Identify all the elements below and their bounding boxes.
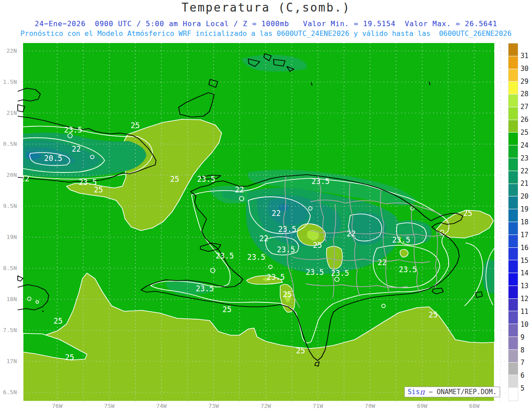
isotherm-value-label: 22 [259, 234, 268, 243]
lon-tick-label: 70W [357, 403, 383, 409]
colorbar-block [509, 286, 518, 299]
isotherm-value-label: 22 [20, 174, 29, 183]
lat-tick-label: 6.5N [0, 389, 17, 395]
lon-tick-label: 68W [461, 403, 488, 409]
lon-tick-label: 69W [409, 403, 435, 409]
colorbar-block [509, 184, 518, 197]
lat-tick-label: 1.5N [0, 78, 17, 85]
colorbar-block [509, 56, 518, 69]
colorbar-tick-label: 10 [520, 321, 528, 329]
isotherm-value-label: 25 [65, 353, 74, 362]
isotherm-value-label: 23.5 [399, 265, 417, 274]
colorbar-tick-label: 13 [520, 282, 528, 290]
colorbar-tick-label: 8 [520, 346, 524, 354]
colorbar-block [509, 273, 518, 286]
isotherm-value-label: 22 [272, 209, 281, 218]
sispi-brand-text: Sis [408, 388, 420, 396]
colorbar-tick-label: 14 [520, 269, 528, 277]
colorbar-block [509, 222, 518, 235]
colorbar-block [509, 94, 518, 107]
colorbar-tick-label: 26 [520, 116, 528, 124]
isotherm-value-label: 23.5 [216, 251, 234, 260]
lat-tick-label: 7.5N [0, 327, 17, 333]
colorbar-block [509, 133, 518, 145]
isotherm-value-label: 22 [378, 258, 387, 267]
lat-tick-label: 18N [0, 296, 17, 302]
lon-tick-label: 74W [148, 403, 175, 409]
colorbar-tick-label: 25 [520, 129, 528, 137]
lon-tick-label: 72W [252, 403, 279, 409]
isotherm-value-label: 25 [94, 185, 103, 194]
isotherm-value-label: 25 [131, 121, 140, 130]
colorbar-tick-label: 6 [520, 372, 524, 380]
colorbar-tick-label: 30 [520, 65, 528, 73]
credit-text: − ONAMET/REP.DOM. [425, 388, 497, 396]
isotherm-value-label: 25 [170, 175, 179, 184]
isotherm-value-label: 22 [72, 145, 81, 153]
coastline-islet-dot [43, 311, 44, 312]
colorbar-tick-label: 21 [520, 180, 528, 188]
lat-tick-label: 19N [0, 234, 17, 240]
lat-tick-label: 9.5N [0, 203, 17, 209]
colorbar-block [509, 388, 518, 401]
colorbar-block [509, 158, 518, 171]
colorbar-block [509, 69, 518, 82]
isotherm-value-label: 23.5 [247, 253, 266, 262]
colorbar-tick-label: 11 [520, 308, 528, 316]
isotherm-value-label: 25 [296, 346, 305, 355]
map-canvas [0, 0, 532, 411]
colorbar-block [509, 375, 518, 388]
colorbar-tick-label: 5 [520, 384, 524, 392]
colorbar-tick-label: 12 [520, 295, 528, 303]
isotherm-value-label: 23.5 [312, 177, 330, 186]
colorbar-block [509, 145, 518, 158]
colorbar-block [509, 311, 518, 324]
isotherm-value-label: 25 [283, 290, 292, 299]
colorbar-block [509, 120, 518, 133]
colorbar-tick-label: 31 [520, 52, 528, 60]
colorbar-tick-label: 24 [520, 141, 528, 149]
colorbar [508, 43, 518, 401]
colorbar-block [509, 337, 518, 350]
shade-25-26-east-spot [400, 249, 408, 257]
temperature-shading-layer [23, 43, 494, 401]
isotherm-value-label: 25 [429, 310, 438, 319]
colorbar-block [509, 235, 518, 248]
colorbar-tick-label: 18 [520, 218, 528, 226]
isotherm-value-label: 20.5 [44, 154, 63, 163]
colorbar-tick-label: 29 [520, 78, 528, 86]
colorbar-tick-label: 22 [520, 167, 528, 175]
colorbar-tick-label: 16 [520, 244, 528, 252]
lat-tick-label: 8.5N [0, 265, 17, 271]
colorbar-block [509, 43, 518, 56]
isotherm-value-label: 25 [223, 305, 231, 314]
colorbar-block [509, 363, 518, 376]
colorbar-tick-label: 15 [520, 257, 528, 265]
colorbar-block [509, 324, 518, 337]
lat-tick-label: 20N [0, 172, 17, 178]
isotherm-value-label: 23.5 [392, 235, 411, 244]
isotherm-value-label: 25 [313, 241, 322, 250]
isotherm-value-label: 23.5 [197, 175, 215, 184]
colorbar-tick-label: 20 [520, 192, 528, 200]
colorbar-block [509, 82, 518, 94]
colorbar-tick-label: 7 [520, 359, 524, 367]
colorbar-block [509, 248, 518, 261]
colorbar-tick-label: 28 [520, 90, 528, 98]
credit-badge: Sisπ − ONAMET/REP.DOM. [404, 387, 500, 397]
lon-tick-label: 73W [200, 403, 227, 409]
colorbar-block [509, 299, 518, 312]
colorbar-block [509, 350, 518, 363]
pi-symbol: π [420, 388, 425, 396]
isotherm-value-label: 23.5 [331, 269, 349, 278]
colorbar-block [509, 209, 518, 222]
isotherm-value-label: 25 [463, 209, 472, 218]
colorbar-tick-label: 23 [520, 154, 528, 162]
isotherm-value-label: 22 [347, 229, 356, 238]
isotherm-value-label: 23.5 [277, 245, 295, 254]
isotherm-value-label: 23.5 [306, 268, 324, 277]
isotherm-value-label: 23.5 [267, 273, 285, 282]
isotherm-value-label: 23.5 [278, 225, 297, 234]
coastline-jamaica-north-bit [18, 276, 23, 281]
lat-tick-label: 17N [0, 358, 17, 364]
